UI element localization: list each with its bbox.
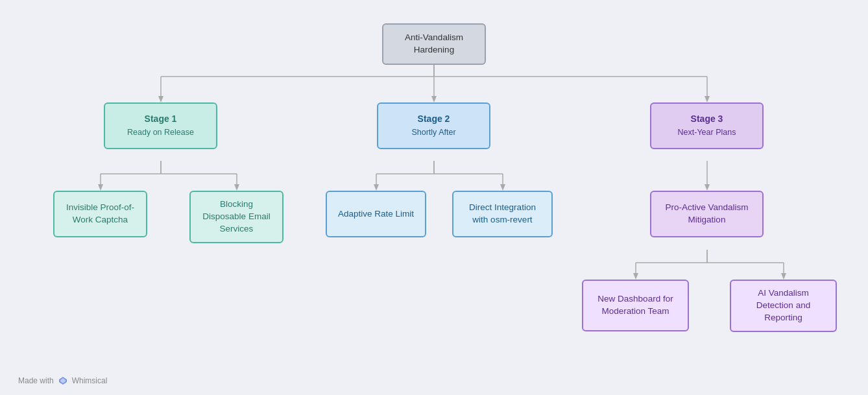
stage1-title: Stage 1 [145, 113, 177, 126]
stage3-subtitle: Next-Year Plans [678, 127, 736, 139]
root-label: Anti-Vandalism Hardening [392, 32, 476, 56]
stage1-child2-node: Blocking Disposable Email Services [189, 191, 283, 243]
diagram-container: Anti-Vandalism Hardening Stage 1 Ready o… [0, 0, 868, 395]
stage2-node: Stage 2 Shortly After [377, 102, 490, 149]
stage3-node: Stage 3 Next-Year Plans [650, 102, 764, 149]
stage3-leaf1-node: New Dashboard for Moderation Team [582, 280, 689, 331]
stage3-leaf2-label: AI Vandalism Detection and Reporting [740, 287, 826, 324]
svg-marker-27 [705, 184, 710, 191]
stage1-child1-label: Invisible Proof-of-Work Captcha [64, 202, 137, 226]
stage2-child2-node: Direct Integration with osm-revert [452, 191, 553, 237]
footer-brand: Whimsical [72, 376, 108, 385]
stage1-node: Stage 1 Ready on Release [104, 102, 217, 149]
whimsical-logo-icon [58, 376, 68, 386]
svg-marker-21 [374, 184, 379, 191]
svg-marker-35 [781, 273, 786, 280]
footer: Made with Whimsical [18, 376, 107, 386]
footer-prefix: Made with [18, 376, 54, 385]
stage2-child2-label: Direct Integration with osm-revert [463, 202, 542, 226]
stage1-subtitle: Ready on Release [127, 127, 194, 139]
stage3-title: Stage 3 [691, 113, 723, 126]
stage2-subtitle: Shortly After [411, 127, 455, 139]
stage1-child2-label: Blocking Disposable Email Services [200, 198, 273, 235]
svg-marker-25 [500, 184, 505, 191]
stage1-child1-node: Invisible Proof-of-Work Captcha [53, 191, 147, 237]
stage2-child1-node: Adaptive Rate Limit [326, 191, 426, 237]
svg-marker-5 [431, 96, 437, 102]
svg-marker-13 [98, 184, 103, 191]
svg-marker-17 [234, 184, 239, 191]
svg-marker-3 [158, 96, 163, 102]
stage3-leaf2-node: AI Vandalism Detection and Reporting [730, 280, 837, 332]
root-node: Anti-Vandalism Hardening [382, 23, 486, 65]
stage3-mid-label: Pro-Active Vandalism Mitigation [660, 202, 753, 226]
stage2-title: Stage 2 [418, 113, 450, 126]
stage3-leaf1-label: New Dashboard for Moderation Team [592, 293, 679, 318]
stage2-child1-label: Adaptive Rate Limit [338, 208, 414, 221]
stage3-mid-node: Pro-Active Vandalism Mitigation [650, 191, 764, 237]
svg-marker-31 [633, 273, 638, 280]
svg-marker-9 [705, 96, 710, 102]
